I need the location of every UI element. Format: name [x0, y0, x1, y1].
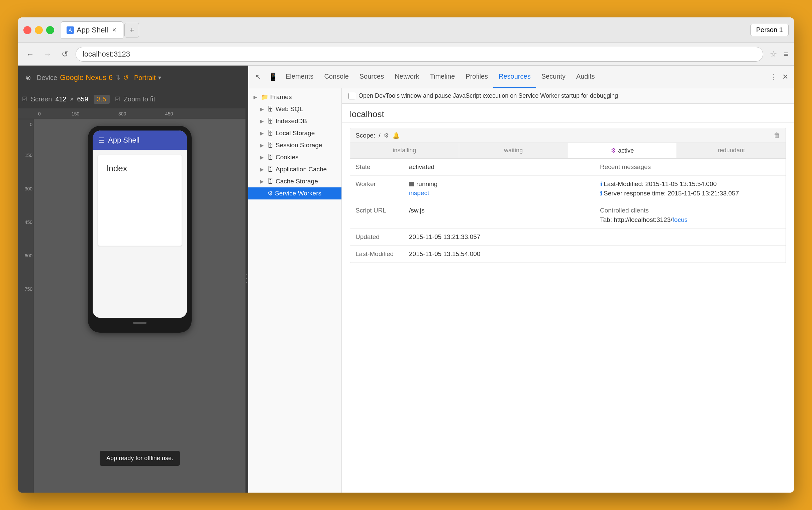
main-content: ⊗ Device Google Nexus 6 ⇅ ↺ Portrait ▾ ☑… — [18, 65, 794, 492]
ruler-tick-0: 0 — [38, 111, 41, 116]
tree-item-indexeddb[interactable]: ▶ 🗄 IndexedDB — [248, 115, 341, 127]
tree-item-frames[interactable]: ▶ 📁 Frames — [248, 91, 341, 103]
maximize-window-button[interactable] — [46, 26, 54, 34]
resource-tree: ▶ 📁 Frames ▶ 🗄 Web SQL ▶ 🗄 IndexedDB — [248, 88, 342, 492]
menu-icon[interactable]: ≡ — [784, 50, 789, 59]
tab-security[interactable]: Security — [536, 65, 571, 88]
tree-arrow-cache-storage: ▶ — [260, 179, 266, 184]
sw-active-gear-icon: ⚙ — [611, 147, 616, 154]
device-mode-toggle[interactable]: ⊗ — [22, 72, 34, 84]
script-url-label: Script URL — [350, 202, 404, 229]
state-label: State — [350, 159, 404, 176]
tab-console[interactable]: Console — [319, 65, 354, 88]
viewport-row: 0 150 300 450 600 750 ☰ Ap — [18, 119, 245, 492]
new-tab-button[interactable]: + — [124, 23, 139, 37]
tab-sources[interactable]: Sources — [354, 65, 389, 88]
service-worker-main: Open DevTools window and pause JavaScrip… — [342, 88, 794, 492]
sw-tab-active[interactable]: ⚙ active — [568, 143, 677, 158]
worker-label: Worker — [350, 176, 404, 202]
url-bar[interactable] — [76, 47, 763, 62]
sw-detail-grid: State activated Recent messages Worker r… — [350, 159, 786, 263]
controlled-clients-label: Controlled clients — [600, 207, 780, 214]
worker-running-square — [409, 182, 414, 187]
tree-item-cache-storage[interactable]: ▶ 🗄 Cache Storage — [248, 175, 341, 188]
minimize-window-button[interactable] — [35, 26, 43, 34]
sw-debug-checkbox[interactable] — [349, 93, 355, 100]
close-window-button[interactable] — [23, 26, 31, 34]
tree-item-service-workers[interactable]: ⚙ Service Workers — [248, 188, 341, 199]
phone-bottom-bar — [93, 318, 187, 328]
back-button[interactable]: ← — [23, 48, 37, 61]
state-value: activated — [404, 159, 595, 176]
client-focus-link[interactable]: focus — [672, 216, 688, 223]
tree-arrow-cookies: ▶ — [260, 154, 266, 160]
v-tick-150: 150 — [25, 152, 32, 158]
tree-item-session-storage[interactable]: ▶ 🗄 Session Storage — [248, 139, 341, 151]
cache-storage-icon: 🗄 — [268, 178, 274, 185]
tree-item-websql[interactable]: ▶ 🗄 Web SQL — [248, 103, 341, 115]
mobile-icon[interactable]: 📱 — [266, 69, 280, 84]
panel-resize-handle[interactable]: · · · — [245, 65, 248, 492]
ruler-tick-150: 150 — [71, 111, 79, 116]
updated-label: Updated — [350, 229, 404, 246]
service-workers-label: Service Workers — [275, 190, 337, 197]
indexeddb-label: IndexedDB — [276, 117, 337, 125]
client-tab-row: Tab: http://localhost:3123/focus — [600, 216, 780, 224]
sw-status-tabs: installing waiting ⚙ active redundant — [350, 143, 786, 159]
phone-app-bar: ☰ App Shell — [93, 131, 187, 150]
tree-arrow-local-storage: ▶ — [260, 131, 266, 136]
controlled-clients-section: Controlled clients Tab: http://localhost… — [595, 202, 786, 229]
sw-tab-waiting[interactable]: waiting — [459, 143, 568, 158]
tree-arrow-frames: ▶ — [253, 94, 259, 100]
bookmark-icon[interactable]: ☆ — [770, 50, 777, 59]
rotate-device-icon[interactable]: ↺ — [123, 74, 129, 82]
recent-messages-values: ℹLast-Modified: 2015-11-05 13:15:54.000 … — [595, 176, 786, 202]
tab-timeline[interactable]: Timeline — [425, 65, 460, 88]
worker-inspect-link[interactable]: inspect — [409, 190, 589, 197]
v-tick-300: 300 — [25, 186, 32, 191]
device-dropdown-icon[interactable]: ⇅ — [115, 74, 120, 81]
forward-button[interactable]: → — [41, 48, 54, 61]
devtools-tabs: ↖ 📱 Elements Console Sources Network Tim… — [248, 65, 794, 88]
tree-item-application-cache[interactable]: ▶ 🗄 Application Cache — [248, 163, 341, 175]
last-modified-label: Last-Modified — [350, 246, 404, 263]
script-url-value: /sw.js — [404, 202, 595, 229]
tree-item-cookies[interactable]: ▶ 🗄 Cookies — [248, 151, 341, 163]
tree-item-local-storage[interactable]: ▶ 🗄 Local Storage — [248, 127, 341, 139]
phone-area: ☰ App Shell Index — [34, 119, 245, 492]
scope-settings-icon[interactable]: ⚙ — [384, 132, 389, 139]
tab-network[interactable]: Network — [389, 65, 424, 88]
phone-toast: App ready for offline use. — [100, 451, 180, 466]
profile-button[interactable]: Person 1 — [750, 24, 789, 36]
screen-checkbox[interactable]: ☑ — [22, 95, 27, 103]
tab-profiles[interactable]: Profiles — [460, 65, 493, 88]
sw-notice-bar: Open DevTools window and pause JavaScrip… — [342, 88, 794, 104]
local-storage-label: Local Storage — [276, 130, 337, 137]
tab-audits[interactable]: Audits — [571, 65, 600, 88]
scope-bell-icon[interactable]: 🔔 — [392, 132, 400, 139]
portrait-dropdown-icon[interactable]: ▾ — [158, 74, 161, 81]
v-tick-450: 450 — [25, 220, 32, 225]
tab-elements[interactable]: Elements — [280, 65, 319, 88]
phone-page-heading: Index — [106, 163, 174, 174]
zoom-to-fit-checkbox[interactable]: ☑ — [115, 95, 120, 103]
session-storage-label: Session Storage — [276, 142, 337, 149]
message2: ℹServer response time: 2015-11-05 13:21:… — [600, 190, 780, 197]
device-toolbar: ⊗ Device Google Nexus 6 ⇅ ↺ Portrait ▾ — [18, 65, 245, 90]
title-bar: A App Shell ✕ + Person 1 — [18, 18, 794, 43]
phone-home-indicator — [133, 322, 147, 324]
tab-close-button[interactable]: ✕ — [111, 27, 117, 33]
cursor-icon[interactable]: ↖ — [251, 69, 266, 84]
scope-delete-icon[interactable]: 🗑 — [774, 132, 780, 139]
sw-tab-redundant[interactable]: redundant — [677, 143, 786, 158]
reload-button[interactable]: ↺ — [58, 48, 71, 61]
session-storage-icon: 🗄 — [268, 142, 274, 149]
devtools-panel: ↖ 📱 Elements Console Sources Network Tim… — [248, 65, 794, 492]
zoom-to-fit-label: Zoom to fit — [124, 95, 155, 103]
close-devtools-button[interactable]: ✕ — [779, 71, 791, 83]
more-tabs-button[interactable]: ⋮ — [767, 71, 779, 83]
frames-label: Frames — [270, 93, 337, 101]
browser-tab-active[interactable]: A App Shell ✕ — [61, 21, 123, 39]
tab-resources[interactable]: Resources — [493, 65, 536, 88]
sw-tab-installing[interactable]: installing — [350, 143, 459, 158]
